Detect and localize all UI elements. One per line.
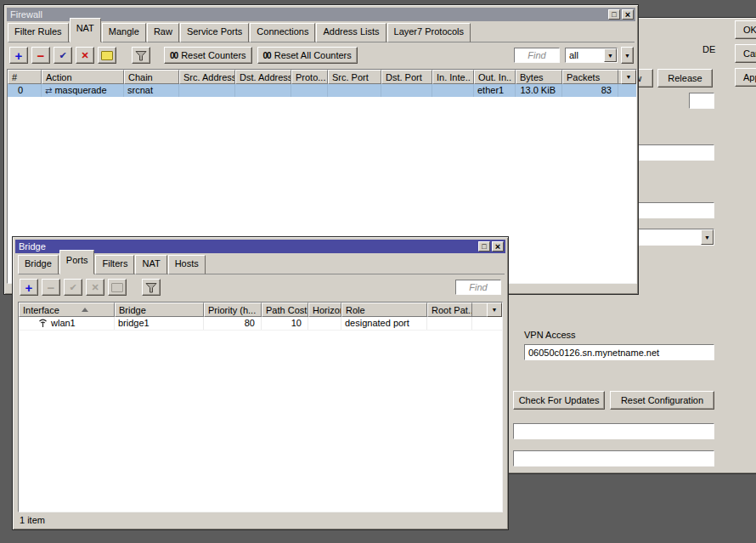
text-field-3[interactable] <box>513 423 714 439</box>
column-header-priority[interactable]: Priority (h... <box>204 303 262 317</box>
firewall-toolbar: + − ✔ ✕ 00 Reset Counters 00 Reset All C… <box>9 45 634 65</box>
reset-configuration-button[interactable]: Reset Configuration <box>610 391 714 410</box>
column-header-role[interactable]: Role <box>341 303 427 317</box>
column-header-horizon[interactable]: Horizon <box>308 303 341 317</box>
enable-button[interactable]: ✔ <box>54 47 72 64</box>
counters-icon: 00 <box>170 51 178 60</box>
enable-icon: ✔ <box>69 283 76 292</box>
release-button[interactable]: Release <box>657 69 713 88</box>
tab-nat[interactable]: NAT <box>70 18 101 42</box>
column-header-in-interface[interactable]: In. Inte.. <box>432 70 474 84</box>
add-button[interactable]: + <box>20 279 38 296</box>
port-priority: 80 <box>204 317 262 330</box>
small-field[interactable] <box>689 93 714 109</box>
ok-button[interactable]: OK <box>735 20 756 39</box>
rule-protocol <box>291 84 328 97</box>
table-row[interactable]: wlan1 bridge1 80 10 designated port <box>19 317 502 331</box>
firewall-tabbar: Filter Rules NAT Mangle Raw Service Port… <box>8 23 635 42</box>
bridge-toolbar: + − ✔ ✕ <box>20 277 501 297</box>
tab-service-ports[interactable]: Service Ports <box>180 23 249 42</box>
tab-nat[interactable]: NAT <box>135 255 166 274</box>
tab-mangle[interactable]: Mangle <box>102 23 146 42</box>
find-input[interactable] <box>455 280 501 295</box>
desktop: { "colors": { "desktop": "#5c5c5c", "win… <box>0 0 756 543</box>
chevron-down-icon: ▼ <box>607 53 613 59</box>
port-horizon <box>308 317 341 330</box>
tab-layer7-protocols[interactable]: Layer7 Protocols <box>387 23 471 42</box>
disable-button[interactable]: ✕ <box>76 47 94 64</box>
column-header-chain[interactable]: Chain <box>124 70 179 84</box>
tab-filter-rules[interactable]: Filter Rules <box>8 23 69 42</box>
tab-bridge[interactable]: Bridge <box>18 255 59 274</box>
scope-value: all <box>566 50 604 60</box>
titlebar[interactable]: Firewall □ × <box>7 8 635 21</box>
text-field-4[interactable] <box>513 450 714 467</box>
reset-counters-button[interactable]: 00 Reset Counters <box>164 47 252 64</box>
close-button[interactable]: × <box>492 241 504 252</box>
comment-icon <box>111 283 123 292</box>
chevron-down-icon: ▼ <box>624 53 630 59</box>
column-header-root-path[interactable]: Root Pat... <box>427 303 472 317</box>
toolbar-dropdown-button[interactable]: ▼ <box>621 47 634 64</box>
column-header-path-cost[interactable]: Path Cost <box>262 303 308 317</box>
masquerade-icon: ⇄ <box>45 84 52 97</box>
tab-raw[interactable]: Raw <box>147 23 179 42</box>
port-root-path <box>427 317 472 330</box>
apply-button[interactable]: Apply <box>735 68 756 87</box>
maximize-button[interactable]: □ <box>608 9 620 20</box>
add-icon: + <box>25 281 33 294</box>
rule-in-interface <box>432 84 474 97</box>
column-select-button[interactable]: ▼ <box>487 303 502 317</box>
chevron-down-icon: ▼ <box>704 235 710 240</box>
disable-button[interactable]: ✕ <box>86 279 104 296</box>
scope-arrow-button[interactable]: ▼ <box>604 48 617 62</box>
column-header-action[interactable]: Action <box>42 70 124 84</box>
tab-ports[interactable]: Ports <box>59 250 95 274</box>
column-header-bytes[interactable]: Bytes <box>516 70 562 84</box>
dropdown-arrow-button[interactable]: ▼ <box>701 229 714 245</box>
tab-hosts[interactable]: Hosts <box>168 255 206 274</box>
column-select-button[interactable]: ▼ <box>621 70 636 84</box>
funnel-icon <box>134 49 148 62</box>
column-header-dst-address[interactable]: Dst. Address <box>235 70 291 84</box>
check-for-updates-button[interactable]: Check For Updates <box>513 391 605 410</box>
remove-icon: − <box>37 49 45 62</box>
maximize-button[interactable]: □ <box>478 241 490 252</box>
nat-list-header: # Action Chain Src. Address Dst. Address… <box>8 70 636 84</box>
enable-button[interactable]: ✔ <box>64 279 82 296</box>
comment-button[interactable] <box>98 47 116 64</box>
column-header-protocol[interactable]: Proto... <box>291 70 328 84</box>
column-header-bridge[interactable]: Bridge <box>115 303 204 317</box>
column-header-interface[interactable]: Interface <box>19 303 115 317</box>
remove-button[interactable]: − <box>42 279 60 296</box>
vpn-address-field[interactable]: 06050c0126.sn.mynetname.net <box>524 344 714 360</box>
reset-all-counters-button[interactable]: 00 Reset All Counters <box>257 47 358 64</box>
add-button[interactable]: + <box>9 47 28 64</box>
column-header-packets[interactable]: Packets <box>562 70 618 84</box>
close-button[interactable]: × <box>622 9 634 20</box>
table-row[interactable]: 0 ⇄ masquerade srcnat ether1 13.0 KiB 83 <box>8 84 636 97</box>
bridge-tabbar: Bridge Ports Filters NAT Hosts <box>18 255 505 274</box>
wireless-interface-icon <box>37 319 48 328</box>
tab-address-lists[interactable]: Address Lists <box>316 23 386 42</box>
remove-icon: − <box>48 281 55 294</box>
remove-button[interactable]: − <box>31 47 50 64</box>
column-header-out-interface[interactable]: Out. In.. <box>474 70 516 84</box>
filter-button[interactable] <box>142 279 161 296</box>
column-header-src-address[interactable]: Src. Address <box>179 70 235 84</box>
column-header-src-port[interactable]: Src. Port <box>328 70 381 84</box>
header-spacer <box>472 303 487 317</box>
chevron-down-icon: ▼ <box>492 307 498 313</box>
reset-all-counters-label: Reset All Counters <box>274 50 352 60</box>
add-icon: + <box>15 49 23 62</box>
column-header-dst-port[interactable]: Dst. Port <box>381 70 432 84</box>
cancel-button[interactable]: Cancel <box>735 44 756 63</box>
comment-button[interactable] <box>108 279 127 296</box>
filter-button[interactable] <box>132 47 150 64</box>
tab-connections[interactable]: Connections <box>250 23 315 42</box>
column-header-num[interactable]: # <box>8 70 42 84</box>
rule-bytes: 13.0 KiB <box>516 84 562 97</box>
scope-select[interactable]: all ▼ <box>565 48 618 63</box>
tab-filters[interactable]: Filters <box>95 255 134 274</box>
find-input[interactable] <box>514 48 560 63</box>
